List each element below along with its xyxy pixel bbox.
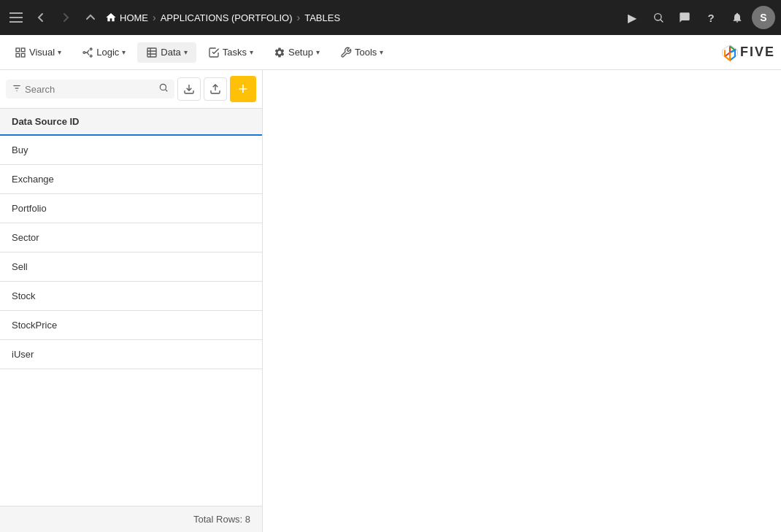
table-row[interactable]: Stock [0, 282, 262, 311]
svg-rect-11 [147, 48, 156, 57]
breadcrumb-home-label: HOME [120, 12, 148, 23]
row-label-buy: Buy [12, 144, 28, 155]
nav-label-tasks: Tasks [223, 47, 247, 58]
svg-rect-5 [21, 48, 25, 52]
nav-item-logic[interactable]: Logic ▾ [73, 42, 134, 63]
five-logo: FIVE [720, 42, 775, 63]
logic-dropdown-arrow: ▾ [122, 48, 126, 56]
sidebar: + Data Source ID Buy Exchange Portfolio … [0, 70, 263, 532]
breadcrumb-home[interactable]: HOME [105, 12, 148, 23]
row-label-iuser: iUser [12, 349, 34, 360]
breadcrumb-tables[interactable]: TABLES [304, 12, 340, 23]
main-content: + Data Source ID Buy Exchange Portfolio … [0, 70, 781, 532]
tasks-dropdown-arrow: ▾ [250, 48, 253, 56]
nav-label-data: Data [161, 47, 180, 58]
table-header: Data Source ID [0, 109, 262, 136]
svg-line-17 [166, 90, 168, 92]
breadcrumb-sep-2: › [297, 12, 301, 23]
row-label-exchange: Exchange [12, 174, 54, 185]
breadcrumb: HOME › APPLICATIONS (PORTFOLIO) › TABLES [105, 12, 616, 23]
svg-point-10 [91, 55, 93, 57]
nav-item-tasks[interactable]: Tasks ▾ [199, 42, 262, 63]
table-row[interactable]: Exchange [0, 165, 262, 194]
up-icon[interactable] [80, 7, 101, 28]
search-container[interactable] [6, 80, 174, 99]
table-row[interactable]: Portfolio [0, 194, 262, 223]
sidebar-footer: Total Rows: 8 [0, 506, 262, 532]
row-label-sell: Sell [12, 261, 28, 272]
table-row[interactable]: Sector [0, 223, 262, 252]
top-nav-actions: ▶ ? S [620, 6, 775, 29]
svg-rect-0 [9, 12, 23, 14]
right-panel [263, 70, 781, 532]
row-label-stockprice: StockPrice [12, 320, 57, 331]
notifications-button[interactable] [726, 6, 749, 29]
tools-dropdown-arrow: ▾ [380, 48, 383, 56]
secondary-navigation: Visual ▾ Logic ▾ Data ▾ Tasks ▾ Setup ▾ … [0, 35, 781, 70]
breadcrumb-tables-label: TABLES [304, 12, 340, 23]
svg-point-16 [160, 84, 166, 90]
svg-point-9 [91, 48, 93, 50]
search-input[interactable] [25, 84, 155, 95]
download-button[interactable] [177, 77, 201, 101]
search-nav-button[interactable] [647, 6, 670, 29]
search-icon[interactable] [158, 82, 169, 96]
breadcrumb-sep-1: › [153, 12, 156, 23]
row-label-sector: Sector [12, 232, 39, 243]
svg-rect-6 [16, 53, 20, 57]
sidebar-toolbar: + [0, 70, 262, 109]
nav-item-data[interactable]: Data ▾ [137, 42, 196, 63]
data-dropdown-arrow: ▾ [184, 48, 188, 56]
forward-icon[interactable] [55, 7, 76, 28]
menu-icon[interactable] [6, 7, 26, 28]
nav-label-visual: Visual [29, 47, 55, 58]
setup-dropdown-arrow: ▾ [316, 48, 320, 56]
table-row[interactable]: StockPrice [0, 311, 262, 340]
add-button[interactable]: + [230, 76, 256, 102]
visual-dropdown-arrow: ▾ [58, 48, 61, 56]
filter-icon [12, 83, 22, 96]
row-label-portfolio: Portfolio [12, 203, 47, 214]
svg-rect-4 [16, 48, 20, 52]
avatar[interactable]: S [752, 6, 775, 29]
table-header-label: Data Source ID [12, 116, 79, 127]
nav-item-visual[interactable]: Visual ▾ [6, 42, 70, 63]
nav-label-setup: Setup [288, 47, 313, 58]
nav-label-logic: Logic [96, 47, 119, 58]
svg-point-8 [83, 51, 85, 53]
svg-rect-7 [21, 53, 25, 57]
nav-label-tools: Tools [355, 47, 377, 58]
nav-item-setup[interactable]: Setup ▾ [265, 42, 328, 63]
table-row[interactable]: Buy [0, 136, 262, 165]
svg-rect-1 [9, 17, 23, 18]
nav-item-tools[interactable]: Tools ▾ [331, 42, 392, 63]
total-rows-label: Total Rows: [193, 514, 242, 525]
total-rows-count: 8 [245, 514, 250, 525]
play-button[interactable]: ▶ [620, 6, 644, 29]
table-row[interactable]: iUser [0, 340, 262, 369]
table-row[interactable]: Sell [0, 252, 262, 282]
top-navigation: HOME › APPLICATIONS (PORTFOLIO) › TABLES… [0, 0, 781, 35]
chat-button[interactable] [673, 6, 696, 29]
breadcrumb-applications-label: APPLICATIONS (PORTFOLIO) [161, 12, 293, 23]
table-body: Buy Exchange Portfolio Sector Sell Stock… [0, 136, 262, 506]
svg-rect-2 [9, 21, 23, 23]
breadcrumb-applications[interactable]: APPLICATIONS (PORTFOLIO) [161, 12, 293, 23]
upload-button[interactable] [204, 77, 227, 101]
help-button[interactable]: ? [699, 6, 723, 29]
five-logo-text: FIVE [740, 45, 775, 60]
row-label-stock: Stock [12, 290, 36, 301]
back-icon[interactable] [31, 7, 51, 28]
